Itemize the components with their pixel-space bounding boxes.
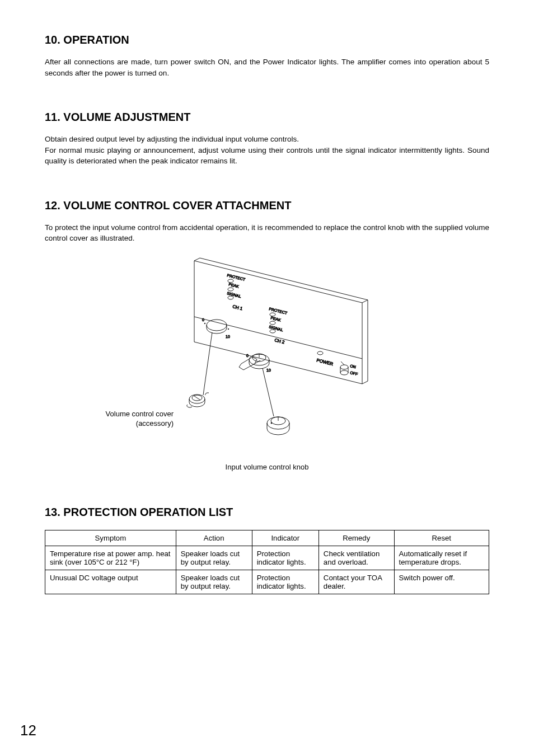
panel-text-signal2: SIGNAL	[269, 325, 284, 332]
svg-point-3	[228, 296, 233, 299]
panel-scale-10a: 10	[226, 335, 230, 339]
section-13: 13. PROTECTION OPERATION LIST Symptom Ac…	[45, 506, 489, 594]
figure-volume-cover: Volume control cover (accessory) Input v…	[45, 250, 489, 473]
panel-text-ch2: CH 2	[274, 337, 285, 345]
panel-text-on: ON	[350, 364, 357, 369]
protection-table: Symptom Action Indicator Remedy Reset Te…	[45, 530, 489, 594]
figure-knob-label: Input volume control knob	[45, 462, 489, 472]
cell-symptom: Unusual DC voltage output	[45, 570, 176, 594]
section-13-heading: 13. PROTECTION OPERATION LIST	[45, 506, 489, 519]
table-header-row: Symptom Action Indicator Remedy Reset	[45, 530, 489, 546]
col-symptom: Symptom	[45, 530, 176, 546]
removed-knob-icon	[263, 368, 289, 435]
panel-text-power: POWER	[316, 358, 334, 367]
section-12: 12. VOLUME CONTROL COVER ATTACHMENT To p…	[45, 199, 489, 473]
cell-action: Speaker loads cut by output relay.	[176, 570, 252, 594]
page-number: 12	[20, 722, 36, 739]
panel-text-ch1: CH 1	[232, 304, 243, 311]
svg-point-19	[189, 395, 205, 403]
cell-remedy: Check ventilation and overload.	[318, 546, 394, 570]
section-10-body: After all connections are made, turn pow…	[45, 57, 489, 78]
col-indicator: Indicator	[252, 530, 318, 546]
svg-point-9	[270, 330, 275, 333]
cell-reset: Switch power off.	[394, 570, 489, 594]
svg-point-14	[340, 365, 348, 369]
svg-line-22	[203, 332, 212, 395]
panel-text-protect2: PROTECT	[269, 307, 288, 315]
panel-text-off: OFF	[350, 370, 358, 376]
document-page: 10. OPERATION After all connections are …	[0, 0, 534, 756]
section-10-heading: 10. OPERATION	[45, 34, 489, 46]
svg-point-5	[204, 323, 205, 324]
section-11-body-2: For normal music playing or announcement…	[45, 145, 489, 167]
svg-line-21	[194, 396, 200, 400]
cell-action: Speaker loads cut by output relay.	[176, 546, 252, 570]
panel-scale-0b: 0	[246, 354, 249, 358]
svg-point-2	[228, 288, 233, 291]
svg-point-13	[317, 351, 323, 355]
svg-point-26	[271, 422, 272, 424]
section-11-heading: 11. VOLUME ADJUSTMENT	[45, 111, 489, 124]
col-remedy: Remedy	[318, 530, 394, 546]
col-action: Action	[176, 530, 252, 546]
svg-line-18	[341, 361, 344, 365]
table-row: Temperature rise at power amp. heat sink…	[45, 546, 489, 570]
svg-point-8	[270, 321, 275, 325]
section-12-heading: 12. VOLUME CONTROL COVER ATTACHMENT	[45, 199, 489, 212]
section-12-body: To protect the input volume control from…	[45, 222, 489, 244]
col-reset: Reset	[394, 530, 489, 546]
svg-line-27	[263, 368, 274, 416]
svg-point-15	[340, 370, 348, 375]
screwdriver-icon	[239, 357, 260, 370]
cell-reset: Automatically reset if temperature drops…	[394, 546, 489, 570]
cell-indicator: Protection indicator lights.	[252, 546, 318, 570]
svg-point-4	[207, 320, 227, 331]
table-row: Unusual DC voltage output Speaker loads …	[45, 570, 489, 594]
svg-point-6	[228, 328, 229, 330]
cell-symptom: Temperature rise at power amp. heat sink…	[45, 546, 176, 570]
cell-remedy: Contact your TOA dealer.	[318, 570, 394, 594]
figure-svg: PROTECT PEAK SIGNAL CH 1 0 10	[127, 250, 407, 457]
cell-indicator: Protection indicator lights.	[252, 570, 318, 594]
svg-line-0	[194, 317, 362, 359]
cover-accessory-icon	[187, 332, 212, 407]
panel-scale-10b: 10	[266, 368, 271, 372]
panel-text-protect1: PROTECT	[227, 273, 246, 281]
section-11-body-1: Obtain desired output level by adjusting…	[45, 134, 489, 145]
panel-text-signal1: SIGNAL	[227, 291, 242, 298]
panel-scale-0a: 0	[202, 318, 204, 322]
section-10: 10. OPERATION After all connections are …	[45, 34, 489, 78]
section-11: 11. VOLUME ADJUSTMENT Obtain desired out…	[45, 111, 489, 167]
